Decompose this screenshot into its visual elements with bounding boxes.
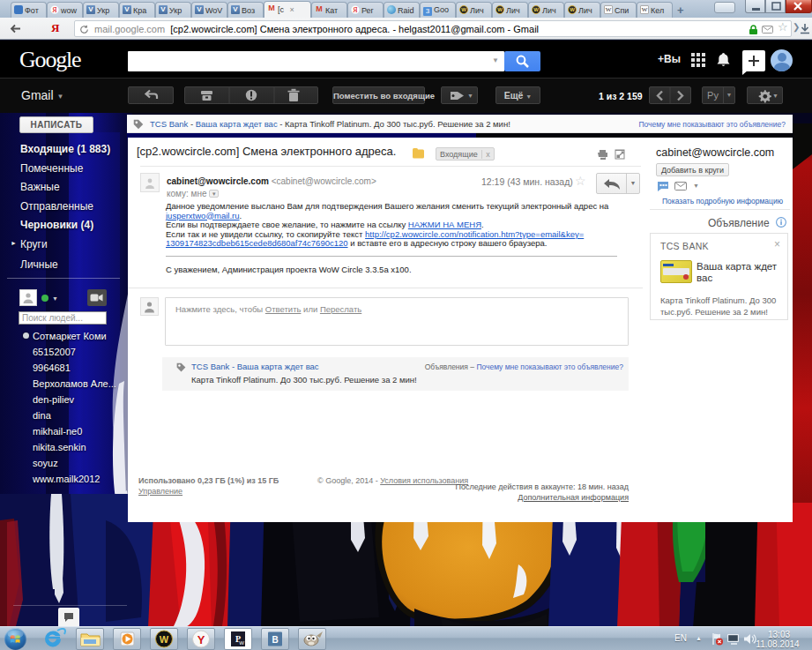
svg-text:Y: Y — [197, 633, 205, 646]
svg-text:B: B — [272, 635, 278, 645]
svg-text:Я: Я — [353, 6, 358, 14]
svg-text:Я: Я — [52, 6, 57, 14]
svg-text:W: W — [160, 634, 169, 645]
svg-text:W: W — [239, 640, 244, 646]
